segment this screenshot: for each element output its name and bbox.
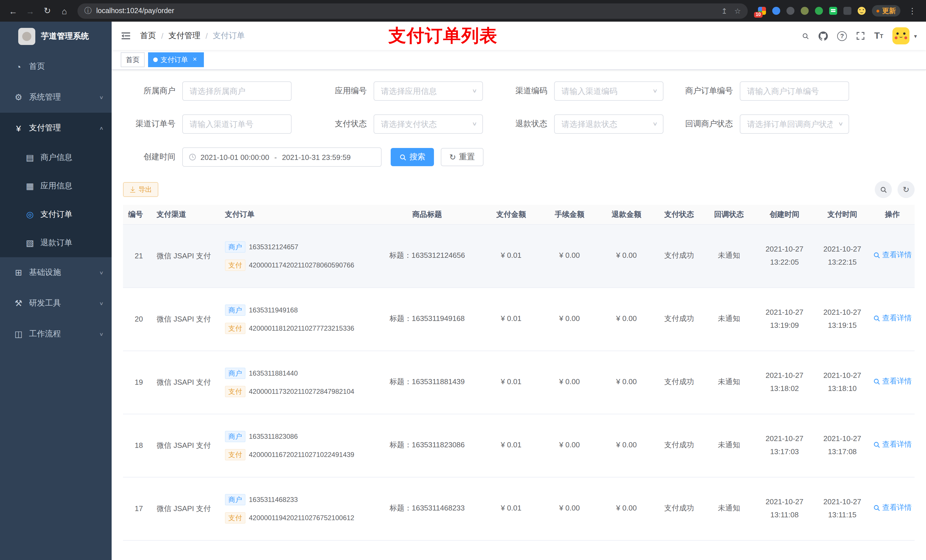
table-refresh-button[interactable]: ↻: [897, 181, 915, 198]
github-icon[interactable]: [819, 31, 828, 41]
callback-status-select[interactable]: [740, 115, 849, 134]
cell-pay-time: 2021-10-2713:11:15: [814, 477, 870, 540]
tab-close-icon[interactable]: ×: [191, 56, 199, 64]
sidebar-item-payment[interactable]: ¥ 支付管理 ∧: [0, 113, 112, 143]
extension-face-icon[interactable]: [858, 7, 865, 15]
bookmark-star-icon[interactable]: ☆: [734, 6, 741, 15]
view-detail-link[interactable]: 查看详情: [873, 438, 912, 451]
breadcrumb-payment[interactable]: 支付管理: [169, 31, 200, 41]
extension-badge: 10: [754, 12, 763, 18]
pay-tag: 支付: [225, 322, 245, 334]
sidebar-item-merchant-info[interactable]: ▤ 商户信息: [0, 143, 112, 172]
header-search-icon[interactable]: [802, 32, 809, 39]
cell-pay-time: 2021-10-2713:22:15: [814, 224, 870, 287]
merchant-order-label: 商户订单编号: [683, 86, 740, 96]
pay-status-label: 支付状态: [319, 119, 374, 129]
app-logo: 芋道管理系统: [0, 22, 112, 51]
browser-forward-icon[interactable]: →: [23, 3, 38, 18]
view-detail-link[interactable]: 查看详情: [873, 249, 912, 261]
user-menu-caret-icon[interactable]: ▾: [914, 33, 917, 39]
breadcrumb-current: 支付订单: [213, 31, 245, 41]
browser-update-button[interactable]: 更新: [872, 5, 900, 17]
help-icon[interactable]: ?: [837, 31, 847, 41]
app-no-select[interactable]: [374, 82, 483, 101]
page-content: 所属商户 应用编号 ∨ 渠道编码 ∨: [112, 70, 926, 560]
cell-refund-amount: ¥ 0.00: [598, 350, 655, 414]
cell-fee-amount: ¥ 0.00: [541, 350, 598, 414]
extension-puzzle-icon[interactable]: [843, 7, 851, 15]
extension-chat-icon[interactable]: [829, 7, 837, 15]
reset-button[interactable]: ↻ 重置: [441, 148, 483, 166]
chevron-down-icon: ∨: [99, 95, 104, 100]
create-time-range-picker[interactable]: 2021-10-01 00:00:00 - 2021-10-31 23:59:5…: [182, 147, 381, 167]
search-button[interactable]: 搜索: [391, 148, 434, 166]
sidebar-item-system[interactable]: ⚙ 系统管理 ∨: [0, 82, 112, 113]
cell-action: 查看详情: [870, 414, 915, 477]
cell-pay-status: 支付成功: [655, 414, 703, 477]
channel-code-label: 渠道编码: [503, 86, 554, 96]
column-header-amount: 支付金额: [481, 205, 541, 224]
sidebar-item-home[interactable]: ◔ 首页: [0, 51, 112, 82]
sidebar-item-app-info[interactable]: ▦ 应用信息: [0, 172, 112, 200]
refund-status-select[interactable]: [554, 115, 663, 134]
browser-reload-icon[interactable]: ↻: [40, 3, 54, 18]
sidebar-item-dev-tools[interactable]: ⚒ 研发工具 ∨: [0, 288, 112, 319]
browser-menu-icon[interactable]: ⋮: [906, 6, 918, 15]
extensions-tray: 10 更新 ⋮: [756, 5, 920, 17]
sidebar-item-refund-order[interactable]: ▧ 退款订单: [0, 229, 112, 257]
date-end: 2021-10-31 23:59:59: [282, 153, 351, 162]
menu-label: 工作流程: [29, 329, 99, 339]
channel-code-select[interactable]: [554, 82, 663, 101]
menu-label: 支付订单: [41, 210, 104, 220]
cell-pay-order: 商户 1635311881440 支付 42000011732021102728…: [219, 350, 373, 414]
tab-pay-order[interactable]: 支付订单 ×: [148, 52, 204, 67]
extension-green-icon[interactable]: [815, 7, 823, 15]
menu-label: 系统管理: [29, 92, 99, 103]
refresh-icon: ↻: [449, 152, 456, 162]
tools-icon: ⚒: [14, 298, 23, 308]
export-button[interactable]: 导出: [123, 182, 158, 197]
cell-pay-channel: 微信 JSAPI 支付: [151, 287, 219, 350]
address-bar[interactable]: ⓘ localhost:1024/pay/order ↥ ☆: [77, 3, 748, 18]
view-detail-link[interactable]: 查看详情: [873, 501, 912, 514]
card-icon: ▤: [25, 152, 35, 163]
merchant-tag: 商户: [225, 304, 245, 315]
share-icon[interactable]: ↥: [721, 6, 728, 15]
cell-product-title: 标题：1635311949168: [373, 287, 481, 350]
sidebar-item-workflow[interactable]: ◫ 工作流程 ∨: [0, 319, 112, 349]
cell-refund-amount: ¥ 0.00: [598, 477, 655, 540]
extension-blue-icon[interactable]: [772, 7, 780, 15]
merchant-order-input[interactable]: [740, 82, 849, 101]
font-size-icon[interactable]: TT: [874, 31, 883, 41]
table-search-toggle-button[interactable]: [875, 181, 892, 198]
sidebar-item-infra[interactable]: ⊞ 基础设施 ∨: [0, 257, 112, 288]
extension-dark-icon[interactable]: [787, 7, 794, 15]
cell-id: 19: [123, 350, 151, 414]
breadcrumb-home[interactable]: 首页: [140, 31, 156, 41]
logo-image: [18, 28, 35, 45]
browser-back-icon[interactable]: ←: [6, 3, 21, 18]
merchant-input[interactable]: [182, 82, 292, 101]
cell-id: 18: [123, 414, 151, 477]
cell-create-time: 2021-10-2713:18:02: [755, 350, 814, 414]
tab-home[interactable]: 首页: [121, 52, 145, 67]
sidebar-toggle-icon[interactable]: [121, 31, 131, 41]
document-icon: ▧: [25, 238, 35, 248]
cell-fee-amount: ¥ 0.00: [541, 414, 598, 477]
sidebar: 芋道管理系统 ◔ 首页 ⚙ 系统管理 ∨ ¥ 支付管理 ∧: [0, 22, 112, 560]
update-dot: [876, 9, 879, 12]
cell-action: 查看详情: [870, 477, 915, 540]
sidebar-item-pay-order[interactable]: ◎ 支付订单: [0, 200, 112, 229]
channel-order-input[interactable]: [182, 115, 292, 134]
fullscreen-icon[interactable]: [856, 31, 865, 41]
browser-home-icon[interactable]: ⌂: [57, 3, 72, 18]
site-info-icon[interactable]: ⓘ: [84, 6, 92, 16]
user-avatar[interactable]: [893, 27, 909, 44]
extension-grid-icon[interactable]: 10: [758, 7, 766, 15]
cell-pay-amount: ¥ 0.01: [481, 350, 541, 414]
view-detail-link[interactable]: 查看详情: [873, 312, 912, 325]
extension-olive-icon[interactable]: [801, 7, 809, 15]
pay-status-select[interactable]: [374, 115, 483, 134]
view-detail-link[interactable]: 查看详情: [873, 375, 912, 388]
search-icon: [873, 504, 881, 511]
